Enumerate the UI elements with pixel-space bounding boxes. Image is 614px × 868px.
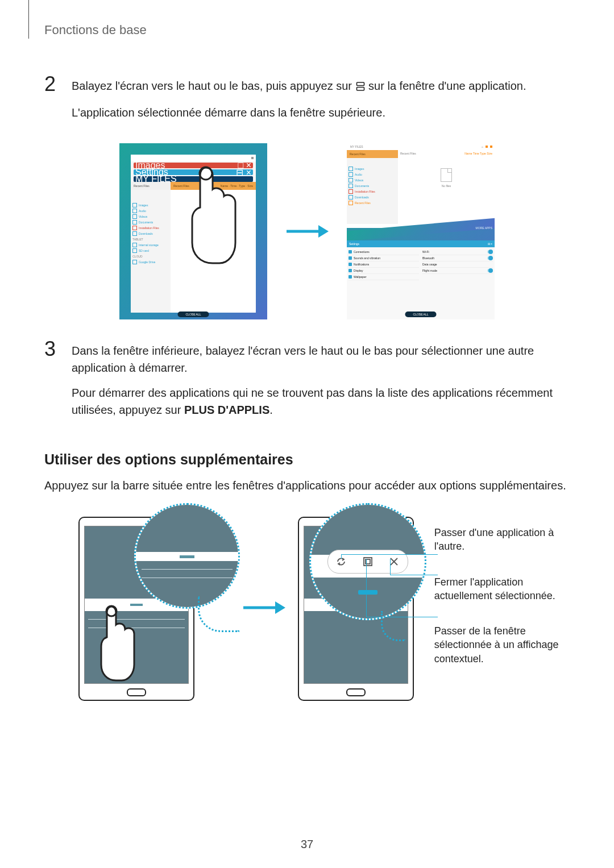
settings-sounds: Sounds and vibration [349,255,419,261]
split-handle-zoom [358,590,377,595]
sidebar-head: Recent Files [350,152,366,156]
sidebar-recentdetail: Recent Files [347,200,398,206]
sidebar-installfiles: Installation Files [131,225,171,231]
topbar-title: MY FILES [350,145,363,148]
svg-marker-4 [318,225,329,238]
main-head-right: Name · Time · Type · Size [221,184,253,188]
step2-line1-b: sur la fenêtre d'une application. [368,80,526,92]
callout-popup: Passer de la fenêtre sélectionnée à un a… [434,624,570,666]
status-dot [251,157,254,159]
recent-card-1: Images□ × [134,163,253,168]
step-number-3: 3 [44,339,72,359]
page-number: 37 [301,838,313,851]
sidebar-tablet: TABLET [131,236,171,242]
sidebar-installfiles: Installation Files [347,189,398,194]
home-button-icon [346,688,366,696]
step3-line2: Pour démarrer des applications qui ne se… [72,384,570,418]
subsection-body: Appuyez sur la barre située entre les fe… [44,477,570,494]
svg-rect-8 [364,558,372,566]
options-pill [327,550,408,574]
no-files-text: No files [209,229,218,232]
arrow-right-icon [284,223,330,240]
step3-line1: Dans la fenêtre inférieure, balayez l'éc… [72,342,570,376]
figure-step2: Images□ × Settings⊟ × MY FILES Recent Fi… [44,143,570,319]
step3-line2-b: . [269,404,273,416]
settings-wifi: Wi-Fi [422,249,493,255]
close-all-pill: CLOSE ALL [178,312,209,317]
recent-card-3: MY FILES [134,176,253,182]
sidebar-audio: Audio [131,208,171,214]
sidebar-documents: Documents [131,219,171,225]
sidebar-head: Recent Files [134,184,150,188]
step3-line2-a: Pour démarrer des applications qui ne se… [72,387,553,416]
screenshot-recents: Images□ × Settings⊟ × MY FILES Recent Fi… [119,143,267,319]
status-dot [490,146,492,148]
callout-close: Fermer l'application actuellement sélect… [434,575,570,603]
step2-line1: Balayez l'écran vers le haut ou le bas, … [72,77,570,96]
magnifier-right [309,503,426,620]
sidebar-gdrive: Google Drive [131,259,171,265]
settings-head: Settings [349,242,359,246]
more-apps-label: MORE APPS [476,226,492,230]
empty-doc-icon [208,213,219,226]
split-screen-icon [355,79,366,96]
step-2: 2 Balayez l'écran vers le haut ou le bas… [44,77,570,129]
step-3: 3 Dans la fenêtre inférieure, balayez l'… [44,342,570,426]
settings-bluetooth: Bluetooth [422,255,493,261]
sidebar-downloads: Downloads [131,231,171,236]
settings-connections: Connections [349,249,419,255]
settings-notifications: Notifications [349,261,419,268]
sidebar-downloads: Downloads [347,194,398,200]
callout-swap: Passer d'une application à l'autre. [434,526,570,554]
settings-display: Display [349,268,419,274]
subsection-heading: Utiliser des options supplémentaires [44,451,570,468]
sidebar-videos: Videos [347,177,398,183]
status-dot [486,146,488,148]
sidebar-documents: Documents [347,183,398,189]
settings-datausage: Data usage [422,261,493,268]
pane-head-right: Name Time Type Size [464,152,492,155]
pane-head-left: Recent Files [400,152,416,155]
margin-rule [28,0,29,39]
sidebar-cloud: CLOUD [131,254,171,259]
svg-rect-1 [356,88,364,91]
svg-rect-0 [356,82,364,86]
sidebar-videos: Videos [131,214,171,219]
sidebar-images: Images [347,166,398,172]
settings-wallpaper: Wallpaper [349,274,419,280]
step3-line2-bold: PLUS D'APPLIS [184,404,269,416]
hand-pointer-icon [97,603,136,691]
step-number-2: 2 [44,74,72,94]
sidebar-internal: Internal storage [131,242,171,248]
screenshot-splitview: MY FILES ⌕ Recent Files Images Audio Vid… [347,143,495,319]
no-files-text: No files [442,184,451,188]
sidebar-sdcard: SD card [131,248,171,254]
main-head-left: Recent Files [173,184,189,188]
arrow-right-icon [241,599,287,616]
step2-line2: L'application sélectionnée démarre dans … [72,104,570,121]
section-header: Fonctions de base [44,23,570,38]
callouts: Passer d'une application à l'autre. Ferm… [434,511,570,687]
empty-doc-icon [441,168,452,182]
close-all-pill: CLOSE ALL [405,312,437,317]
magnifier-left [134,503,240,609]
sidebar-images: Images [131,202,171,208]
settings-flightmode: Flight mode [422,268,493,274]
figure-options: Passer d'une application à l'autre. Ferm… [78,511,570,704]
popup-view-icon [362,555,374,568]
sidebar-audio: Audio [347,172,398,177]
split-handle-zoom [180,555,194,558]
svg-marker-7 [275,601,285,614]
step2-line1-a: Balayez l'écran vers le haut ou le bas, … [72,80,355,92]
